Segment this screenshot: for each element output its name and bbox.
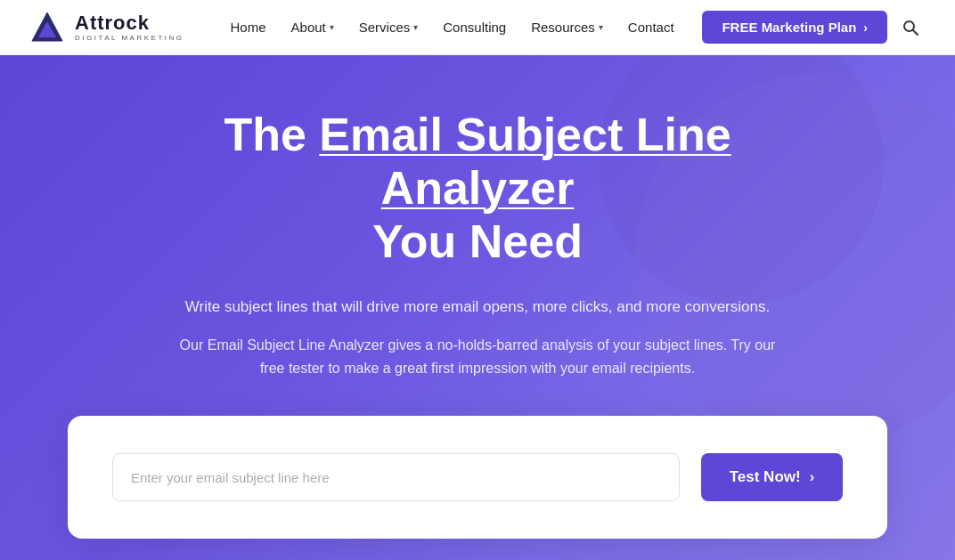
test-now-button[interactable]: Test Now! › bbox=[701, 453, 843, 501]
chevron-down-icon: ▾ bbox=[599, 22, 603, 32]
svg-line-3 bbox=[913, 30, 918, 35]
header: Attrock DIGITAL MARKETING Home About ▾ S… bbox=[0, 0, 955, 55]
arrow-right-icon: › bbox=[863, 20, 868, 35]
brand-name: Attrock bbox=[75, 13, 184, 33]
hero-description: Our Email Subject Line Analyzer gives a … bbox=[175, 334, 780, 381]
main-nav: Home About ▾ Services ▾ Consulting Resou… bbox=[220, 12, 703, 42]
hero-section: The Email Subject Line Analyzer You Need… bbox=[0, 55, 955, 560]
analyzer-card: Test Now! › bbox=[68, 416, 887, 539]
hero-content: The Email Subject Line Analyzer You Need… bbox=[36, 109, 919, 539]
search-icon bbox=[902, 19, 919, 37]
chevron-down-icon: ▾ bbox=[413, 22, 418, 32]
arrow-right-icon: › bbox=[810, 469, 814, 485]
nav-home[interactable]: Home bbox=[220, 12, 277, 42]
brand-tagline: DIGITAL MARKETING bbox=[75, 35, 184, 42]
cta-button[interactable]: FREE Marketing Plan › bbox=[702, 11, 887, 44]
hero-title: The Email Subject Line Analyzer You Need bbox=[139, 109, 816, 268]
nav-about[interactable]: About ▾ bbox=[281, 12, 345, 42]
search-button[interactable] bbox=[894, 12, 926, 44]
chevron-down-icon: ▾ bbox=[330, 22, 334, 32]
nav-services[interactable]: Services ▾ bbox=[348, 12, 429, 42]
logo[interactable]: Attrock DIGITAL MARKETING bbox=[29, 9, 184, 46]
nav-contact[interactable]: Contact bbox=[617, 12, 685, 42]
nav-consulting[interactable]: Consulting bbox=[432, 12, 517, 42]
nav-resources[interactable]: Resources ▾ bbox=[520, 12, 614, 42]
hero-subtitle: Write subject lines that will drive more… bbox=[166, 295, 789, 319]
logo-icon bbox=[29, 9, 66, 46]
subject-line-input[interactable] bbox=[112, 453, 680, 501]
